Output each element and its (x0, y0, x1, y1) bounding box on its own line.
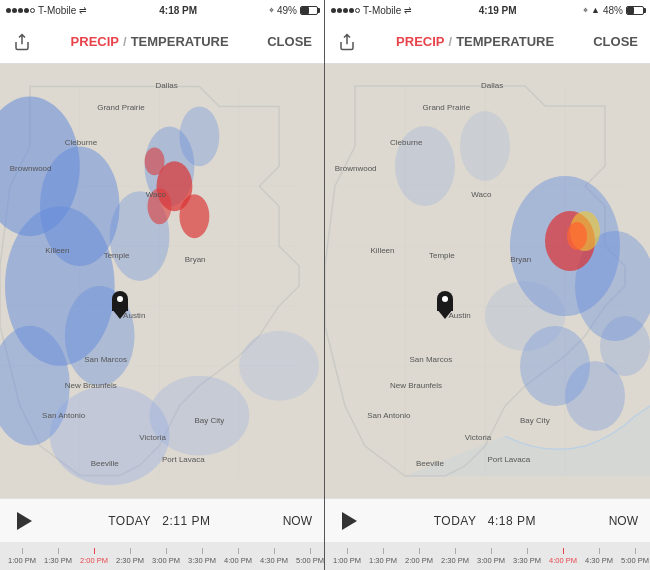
pin-dot-2 (442, 296, 448, 302)
city-cleburne-2: Cleburne (390, 138, 422, 147)
tick-label: 5:00 PM (621, 556, 649, 565)
tick-line (238, 548, 239, 554)
pin-body-2 (437, 291, 453, 311)
tick-line (22, 548, 23, 554)
tick-200pm-active: 2:00 PM (76, 548, 112, 565)
nav-center-2: PRECIP / TEMPERATURE (396, 34, 554, 49)
city-temple-2: Temple (429, 251, 455, 260)
time-center-1: TODAY 2:11 PM (108, 514, 210, 528)
wifi-icon-1: ⇌ (79, 5, 87, 15)
play-button-2[interactable] (337, 509, 361, 533)
sig-dot (331, 8, 336, 13)
sig-dot (6, 8, 11, 13)
city-beeville: Beeville (91, 459, 119, 468)
tick-label: 4:30 PM (585, 556, 613, 565)
signal-1 (6, 8, 35, 13)
city-portlavaca: Port Lavaca (162, 455, 205, 464)
tick-label: 1:30 PM (44, 556, 72, 565)
nav-temp-1[interactable]: TEMPERATURE (131, 34, 229, 49)
tick2-430pm: 4:30 PM (581, 548, 617, 565)
tick-130pm: 1:30 PM (40, 548, 76, 565)
signal-2 (331, 8, 360, 13)
time-2: 4:19 PM (479, 5, 517, 16)
city-dallas-2: Dallas (481, 81, 503, 90)
play-button-1[interactable] (12, 509, 36, 533)
sig-dot (337, 8, 342, 13)
tick2-130pm: 1:30 PM (365, 548, 401, 565)
nav-close-1[interactable]: CLOSE (267, 34, 312, 49)
city-waco: Waco (146, 190, 166, 199)
tick-line (635, 548, 636, 554)
wifi-icon-2: ⇌ (404, 5, 412, 15)
tick2-300pm: 3:00 PM (473, 548, 509, 565)
nav-precip-2[interactable]: PRECIP (396, 34, 444, 49)
timeline-2[interactable]: 1:00 PM 1:30 PM 2:00 PM 2:30 PM 3:00 PM (325, 542, 650, 570)
city-bryan-2: Bryan (510, 255, 531, 264)
tick-label: 3:00 PM (152, 556, 180, 565)
nav-slash-1: / (123, 34, 127, 49)
tick-line (383, 548, 384, 554)
nav-slash-2: / (449, 34, 453, 49)
tick-line (419, 548, 420, 554)
sig-dot (30, 8, 35, 13)
time-row-1: TODAY 2:11 PM NOW (0, 498, 324, 542)
city-bryan: Bryan (185, 255, 206, 264)
sig-dot (24, 8, 29, 13)
map-area-1[interactable]: Dallas Grand Prairie Cleburne Brownwood … (0, 64, 324, 498)
nav-bar-1: PRECIP / TEMPERATURE CLOSE (0, 20, 324, 64)
tick2-330pm: 3:30 PM (509, 548, 545, 565)
tick2-230pm: 2:30 PM (437, 548, 473, 565)
battery-icon-2 (626, 6, 644, 15)
nav-precip-1[interactable]: PRECIP (71, 34, 119, 49)
play-icon-1 (17, 512, 32, 530)
tick-line (274, 548, 275, 554)
city-baycity-2: Bay City (520, 416, 550, 425)
tick-label: 3:30 PM (513, 556, 541, 565)
city-victoria-2: Victoria (465, 433, 492, 442)
tick-line (455, 548, 456, 554)
city-sanantonio: San Antonio (42, 411, 85, 420)
now-label-1: NOW (283, 514, 312, 528)
city-killeen-2: Killeen (371, 246, 395, 255)
time-center-2: TODAY 4:18 PM (434, 514, 536, 528)
city-victoria: Victoria (139, 433, 166, 442)
location-pin-1 (112, 291, 128, 311)
city-grandprairie: Grand Prairie (97, 103, 145, 112)
timeline-1[interactable]: 1:00 PM 1:30 PM 2:00 PM 2:30 PM 3:00 PM (0, 542, 324, 570)
nav-close-2[interactable]: CLOSE (593, 34, 638, 49)
tick-line (347, 548, 348, 554)
tick-label: 3:00 PM (477, 556, 505, 565)
bottom-bar-1: TODAY 2:11 PM NOW 1:00 PM 1:30 PM 2:00 P… (0, 498, 324, 570)
city-newbraunfels: New Braunfels (65, 381, 117, 390)
location-pin-2 (437, 291, 453, 311)
tick-1pm: 1:00 PM (4, 548, 40, 565)
current-time-2: 4:18 PM (488, 514, 536, 528)
nav-temp-2[interactable]: TEMPERATURE (456, 34, 554, 49)
city-newbraunfels-2: New Braunfels (390, 381, 442, 390)
nav-center-1: PRECIP / TEMPERATURE (71, 34, 229, 49)
city-killeen: Killeen (45, 246, 69, 255)
map-area-2[interactable]: Dallas Grand Prairie Cleburne Brownwood … (325, 64, 650, 498)
city-brownwood: Brownwood (10, 164, 52, 173)
battery-pct-1: 49% (277, 5, 297, 16)
play-icon-2 (342, 512, 357, 530)
sig-dot (355, 8, 360, 13)
share-icon-1[interactable] (12, 32, 32, 52)
carrier-1: T-Mobile (38, 5, 76, 16)
status-left-2: T-Mobile ⇌ (331, 5, 412, 16)
phone-panel-2: T-Mobile ⇌ 4:19 PM ⌖ ▲ 48% PRECIP / TEMP… (325, 0, 650, 570)
now-label-2: NOW (609, 514, 638, 528)
share-icon-2[interactable] (337, 32, 357, 52)
sig-dot (18, 8, 23, 13)
tick-label: 4:30 PM (260, 556, 288, 565)
tick-line-active (94, 548, 95, 554)
tick-line (130, 548, 131, 554)
current-time-1: 2:11 PM (162, 514, 210, 528)
tick-label: 5:00 PM (296, 556, 324, 565)
carrier-2: T-Mobile (363, 5, 401, 16)
status-left-1: T-Mobile ⇌ (6, 5, 87, 16)
tick-line (58, 548, 59, 554)
sig-dot (12, 8, 17, 13)
tick2-200pm: 2:00 PM (401, 548, 437, 565)
city-brownwood-2: Brownwood (335, 164, 377, 173)
